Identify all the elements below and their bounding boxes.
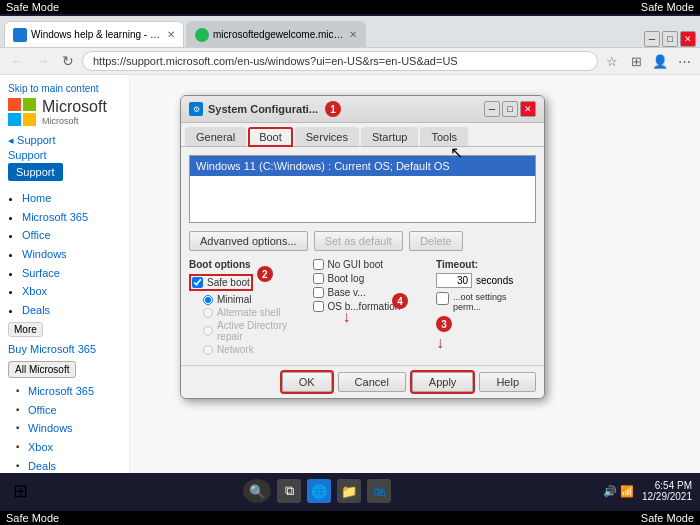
nav-surface[interactable]: Surface [22, 267, 60, 279]
skip-link[interactable]: Skip to main content [8, 83, 121, 94]
nav-deals[interactable]: Deals [22, 304, 50, 316]
forward-button[interactable]: → [32, 51, 54, 71]
apply-button[interactable]: Apply [412, 372, 474, 392]
minimize-browser[interactable]: ─ [644, 31, 660, 47]
help-button[interactable]: Help [479, 372, 536, 392]
os-info-checkbox[interactable] [313, 301, 324, 312]
tab-close-1[interactable]: ✕ [167, 29, 175, 40]
boot-log-row[interactable]: Boot log [313, 273, 429, 284]
taskbar: ⊞ 🔍 ⧉ 🌐 📁 🛍 🔊 📶 6:54 PM 12/29/2021 [0, 473, 700, 509]
more-button[interactable]: More [8, 322, 43, 337]
tab-general[interactable]: General [185, 127, 246, 146]
reload-button[interactable]: ↻ [58, 51, 78, 71]
more-icon[interactable]: ⋯ [674, 51, 694, 71]
maximize-browser[interactable]: □ [662, 31, 678, 47]
tab-edge-welcome[interactable]: microsoftedgewelcome.microso... ✕ [186, 21, 366, 47]
dialog-footer: OK Cancel Apply Help [181, 365, 544, 398]
taskview-button[interactable]: ⧉ [277, 479, 301, 503]
tab-services[interactable]: Services [295, 127, 359, 146]
cancel-button[interactable]: Cancel [338, 372, 406, 392]
advanced-options-button[interactable]: Advanved options... [189, 231, 308, 251]
radio-minimal-label: Minimal [217, 294, 251, 305]
subnav-deals[interactable]: Deals [28, 460, 56, 472]
boot-options-left: Boot options Safe boot [189, 259, 305, 357]
timeout-input[interactable] [436, 273, 472, 288]
nav-office[interactable]: Office [22, 229, 51, 241]
search-taskbar-button[interactable]: 🔍 [243, 479, 271, 503]
delete-button[interactable]: Delete [409, 231, 463, 251]
safe-mode-label-top-left: Safe Mode [6, 1, 59, 13]
no-gui-row[interactable]: No GUI boot [313, 259, 429, 270]
close-dialog[interactable]: ✕ [520, 101, 536, 117]
safe-mode-label-top-right: Safe Mode [641, 1, 694, 13]
radio-network[interactable] [203, 345, 213, 355]
microsoft-logo [8, 98, 36, 126]
system-config-dialog: ⚙ System Configurati... 1 ─ □ ✕ General … [180, 95, 545, 399]
os-info-row[interactable]: OS b...formation [313, 301, 429, 312]
ok-button[interactable]: OK [282, 372, 332, 392]
close-browser[interactable]: ✕ [680, 31, 696, 47]
tab-startup[interactable]: Startup [361, 127, 418, 146]
tab-boot[interactable]: Boot [248, 127, 293, 147]
safe-boot-container: Safe boot 2 ➜ [189, 274, 253, 291]
nav-home[interactable]: Home [22, 192, 51, 204]
os-listbox[interactable]: Windows 11 (C:\Windows) : Current OS; De… [189, 155, 536, 223]
time-display: 6:54 PM [642, 480, 692, 491]
make-permanent-checkbox[interactable] [436, 292, 449, 305]
dialog-controls: ─ □ ✕ [484, 101, 536, 117]
support-back-link[interactable]: ◂ Support [8, 134, 121, 147]
os-list-item[interactable]: Windows 11 (C:\Windows) : Current OS; De… [190, 156, 535, 176]
base-video-row[interactable]: Base v... [313, 287, 429, 298]
subnav-office[interactable]: Office [28, 404, 57, 416]
subnav-windows[interactable]: Windows [28, 422, 73, 434]
file-explorer-icon[interactable]: 📁 [337, 479, 361, 503]
maximize-dialog[interactable]: □ [502, 101, 518, 117]
sidebar: Skip to main content Microsoft Microsoft… [0, 75, 130, 509]
tab-ms-help[interactable]: Windows help & learning - Mic... ✕ [4, 21, 184, 47]
safe-mode-bottom-bar: Safe Mode Safe Mode [0, 511, 700, 525]
taskbar-left: ⊞ [8, 479, 32, 503]
minimize-dialog[interactable]: ─ [484, 101, 500, 117]
radio-alternate-row: Alternate shell [189, 307, 305, 318]
subnav-ms365[interactable]: Microsoft 365 [28, 385, 94, 397]
radio-ad[interactable] [203, 326, 213, 336]
support-link[interactable]: Support [8, 149, 121, 161]
safe-boot-label[interactable]: Safe boot [192, 277, 250, 288]
set-default-button[interactable]: Set as default [314, 231, 403, 251]
nav-windows[interactable]: Windows [22, 248, 67, 260]
nav-xbox[interactable]: Xbox [22, 285, 47, 297]
radio-alternate[interactable] [203, 308, 213, 318]
base-video-checkbox[interactable] [313, 287, 324, 298]
boot-log-checkbox[interactable] [313, 273, 324, 284]
nav-list: Home Microsoft 365 Office Windows Surfac… [8, 189, 121, 320]
no-gui-checkbox[interactable] [313, 259, 324, 270]
safe-boot-checkbox[interactable] [192, 277, 203, 288]
collections-icon[interactable]: ⊞ [626, 51, 646, 71]
safe-mode-top-bar: Safe Mode Safe Mode [0, 0, 700, 14]
edge-taskbar-icon[interactable]: 🌐 [307, 479, 331, 503]
safe-boot-outline: Safe boot [189, 274, 253, 291]
make-permanent-row: ...oot settings perm... [436, 292, 536, 312]
radio-ad-label: Active Directory repair [217, 320, 305, 342]
tab-tools[interactable]: Tools [420, 127, 468, 146]
radio-ad-row: Active Directory repair [189, 320, 305, 342]
support-button[interactable]: Support [8, 163, 63, 181]
tab-favicon-1 [13, 28, 27, 42]
store-icon[interactable]: 🛍 [367, 479, 391, 503]
buy-ms365-link[interactable]: Buy Microsoft 365 [8, 343, 121, 355]
apply-container: Apply [412, 372, 474, 392]
tab-close-2[interactable]: ✕ [349, 29, 357, 40]
page-content: Skip to main content Microsoft Microsoft… [0, 75, 700, 509]
back-button[interactable]: ← [6, 51, 28, 71]
taskbar-right: 🔊 📶 6:54 PM 12/29/2021 [603, 480, 692, 502]
radio-minimal[interactable] [203, 295, 213, 305]
start-button[interactable]: ⊞ [8, 479, 32, 503]
profile-icon[interactable]: 👤 [650, 51, 670, 71]
subnav-xbox[interactable]: Xbox [28, 441, 53, 453]
address-input[interactable] [82, 51, 598, 71]
all-microsoft-button[interactable]: All Microsoft [8, 361, 76, 378]
radio-minimal-row: Minimal [189, 294, 305, 305]
nav-ms365[interactable]: Microsoft 365 [22, 211, 88, 223]
boot-log-label: Boot log [328, 273, 365, 284]
favorites-icon[interactable]: ☆ [602, 51, 622, 71]
